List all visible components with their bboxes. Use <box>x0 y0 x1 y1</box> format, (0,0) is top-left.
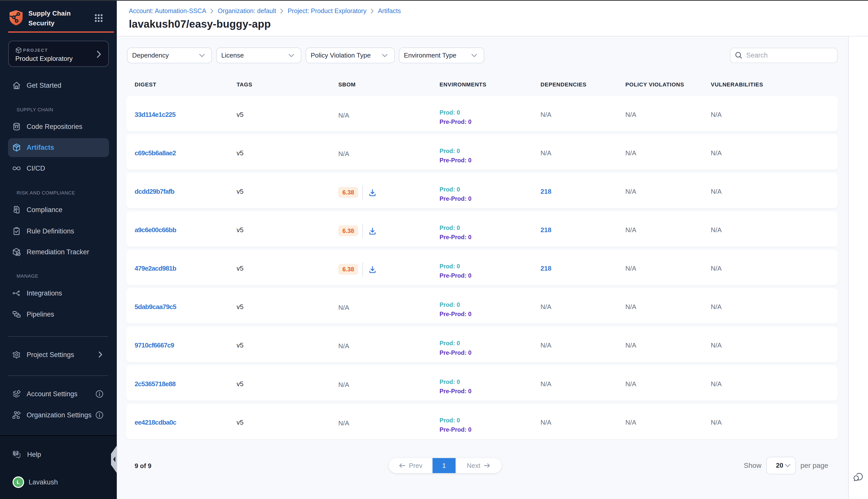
svg-text:?: ? <box>14 451 17 455</box>
